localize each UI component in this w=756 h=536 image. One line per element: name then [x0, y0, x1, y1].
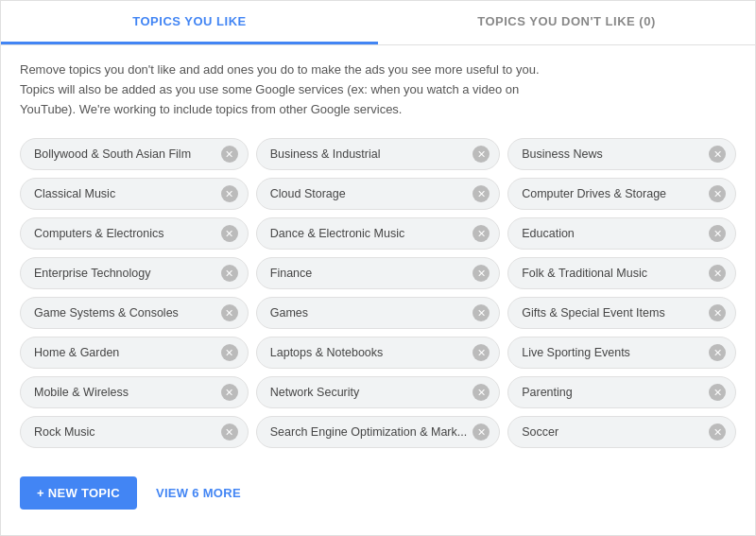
- remove-topic-button[interactable]: ✕: [472, 384, 490, 401]
- remove-topic-button[interactable]: ✕: [221, 424, 238, 441]
- footer-actions: + NEW TOPIC VIEW 6 MORE: [20, 467, 736, 515]
- topic-chip-label: Enterprise Technology: [34, 267, 215, 280]
- topic-chip-label: Folk & Traditional Music: [522, 267, 703, 280]
- topic-chip-label: Bollywood & South Asian Film: [34, 147, 215, 161]
- topic-chip-label: Gifts & Special Event Items: [522, 306, 703, 320]
- remove-topic-button[interactable]: ✕: [221, 225, 238, 242]
- remove-topic-button[interactable]: ✕: [709, 146, 726, 163]
- main-container: TOPICS YOU LIKE TOPICS YOU DON'T LIKE (0…: [0, 0, 756, 536]
- description-text: Remove topics you don't like and add one…: [20, 61, 568, 119]
- remove-topic-button[interactable]: ✕: [221, 384, 238, 401]
- topic-chip-label: Laptops & Notebooks: [270, 346, 467, 359]
- topic-chip: Gifts & Special Event Items✕: [507, 297, 736, 329]
- topic-chip: Computers & Electronics✕: [20, 217, 249, 250]
- view-more-link[interactable]: VIEW 6 MORE: [156, 486, 241, 500]
- tab-bar: TOPICS YOU LIKE TOPICS YOU DON'T LIKE (0…: [1, 1, 755, 45]
- topic-chip-label: Business & Industrial: [270, 147, 467, 161]
- remove-topic-button[interactable]: ✕: [472, 304, 490, 321]
- topic-chip: Search Engine Optimization & Mark...✕: [256, 416, 500, 448]
- remove-topic-button[interactable]: ✕: [472, 265, 490, 282]
- topic-chip: Cloud Storage✕: [256, 178, 500, 210]
- remove-topic-button[interactable]: ✕: [221, 344, 238, 361]
- topic-chip-label: Mobile & Wireless: [34, 386, 215, 399]
- remove-topic-button[interactable]: ✕: [472, 344, 490, 361]
- topic-chip: Game Systems & Consoles✕: [20, 297, 249, 329]
- remove-topic-button[interactable]: ✕: [709, 344, 726, 361]
- topic-chip: Finance✕: [256, 257, 500, 289]
- topic-chip: Education✕: [507, 217, 736, 250]
- remove-topic-button[interactable]: ✕: [472, 424, 490, 441]
- topic-chip-label: Soccer: [522, 425, 703, 439]
- topic-chip-label: Classical Music: [34, 187, 215, 200]
- topic-chip: Business News✕: [507, 138, 736, 170]
- topic-chip: Rock Music✕: [20, 416, 249, 448]
- remove-topic-button[interactable]: ✕: [472, 225, 490, 242]
- topic-chip-label: Games: [270, 306, 467, 320]
- topic-chip: Computer Drives & Storage✕: [507, 178, 736, 210]
- topic-chip-label: Computers & Electronics: [34, 227, 215, 240]
- topic-chip: Live Sporting Events✕: [507, 337, 736, 369]
- topic-chip-label: Parenting: [522, 386, 703, 399]
- topic-chip-label: Business News: [522, 147, 703, 161]
- topic-chip-label: Education: [522, 227, 703, 240]
- topic-chip-label: Computer Drives & Storage: [522, 187, 703, 200]
- remove-topic-button[interactable]: ✕: [472, 146, 490, 163]
- remove-topic-button[interactable]: ✕: [709, 225, 726, 242]
- remove-topic-button[interactable]: ✕: [221, 146, 238, 163]
- tab-topics-like[interactable]: TOPICS YOU LIKE: [1, 1, 378, 44]
- remove-topic-button[interactable]: ✕: [221, 185, 238, 202]
- remove-topic-button[interactable]: ✕: [709, 424, 726, 441]
- remove-topic-button[interactable]: ✕: [472, 185, 490, 202]
- topic-chip-label: Live Sporting Events: [522, 346, 703, 359]
- topic-chip-label: Finance: [270, 267, 467, 280]
- tab-like-label: TOPICS YOU LIKE: [132, 14, 246, 28]
- content-area: Remove topics you don't like and add one…: [1, 45, 755, 530]
- topic-chip-label: Search Engine Optimization & Mark...: [270, 425, 467, 439]
- new-topic-button[interactable]: + NEW TOPIC: [20, 476, 137, 510]
- topic-chip-label: Game Systems & Consoles: [34, 306, 215, 320]
- topic-chip: Folk & Traditional Music✕: [507, 257, 736, 289]
- topic-chip-label: Cloud Storage: [270, 187, 467, 200]
- topics-grid: Bollywood & South Asian Film✕Business & …: [20, 138, 736, 448]
- remove-topic-button[interactable]: ✕: [709, 265, 726, 282]
- topic-chip: Enterprise Technology✕: [20, 257, 249, 289]
- remove-topic-button[interactable]: ✕: [221, 304, 238, 321]
- remove-topic-button[interactable]: ✕: [221, 265, 238, 282]
- topic-chip: Bollywood & South Asian Film✕: [20, 138, 249, 170]
- topic-chip-label: Rock Music: [34, 425, 215, 439]
- topic-chip: Parenting✕: [507, 376, 736, 408]
- topic-chip: Laptops & Notebooks✕: [256, 337, 500, 369]
- topic-chip-label: Network Security: [270, 386, 467, 399]
- topic-chip-label: Dance & Electronic Music: [270, 227, 467, 240]
- topic-chip: Games✕: [256, 297, 500, 329]
- topic-chip: Business & Industrial✕: [256, 138, 500, 170]
- topic-chip: Dance & Electronic Music✕: [256, 217, 500, 250]
- tab-topics-dislike[interactable]: TOPICS YOU DON'T LIKE (0): [378, 1, 755, 44]
- topic-chip: Soccer✕: [507, 416, 736, 448]
- topic-chip-label: Home & Garden: [34, 346, 215, 359]
- tab-dislike-label: TOPICS YOU DON'T LIKE (0): [477, 14, 655, 28]
- topic-chip: Home & Garden✕: [20, 337, 249, 369]
- topic-chip: Network Security✕: [256, 376, 500, 408]
- remove-topic-button[interactable]: ✕: [709, 185, 726, 202]
- topic-chip: Mobile & Wireless✕: [20, 376, 249, 408]
- remove-topic-button[interactable]: ✕: [709, 304, 726, 321]
- remove-topic-button[interactable]: ✕: [709, 384, 726, 401]
- topic-chip: Classical Music✕: [20, 178, 249, 210]
